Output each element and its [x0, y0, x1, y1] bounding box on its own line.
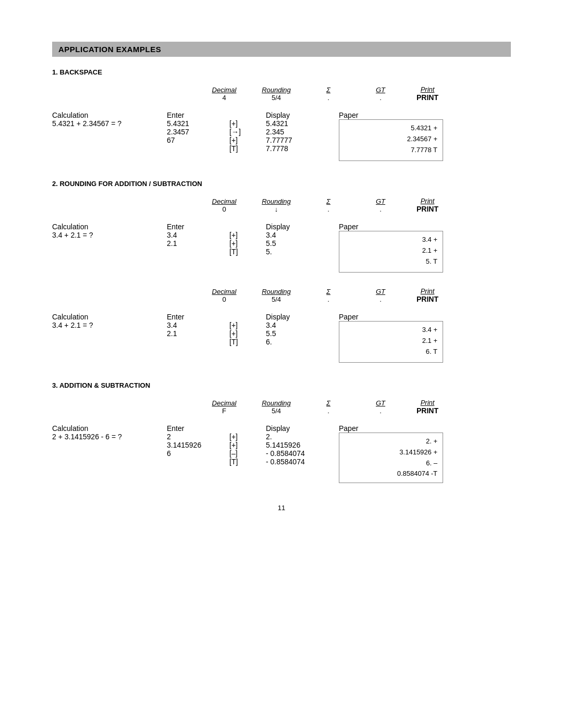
print-val-2a: PRINT	[407, 205, 448, 213]
gt-label-1: GT	[354, 86, 407, 94]
enter-header-1: Enter	[167, 111, 229, 119]
calc-row-1-2	[52, 128, 167, 136]
page-container: APPLICATION EXAMPLES 1. BACKSPACE Decima…	[52, 42, 511, 512]
decimal-col-1: Decimal 4	[198, 86, 250, 102]
paper-box-2b: 3.4 + 2.1 + 6. T	[339, 321, 443, 363]
settings-row-3: Decimal F Rounding 5/4 Σ . GT . Print PR…	[52, 399, 511, 415]
page-number: 11	[52, 504, 511, 512]
paper-column-1: Paper 5.4321 + 2.34567 + 7.7778 T	[339, 111, 443, 161]
gt-label-2b: GT	[354, 288, 407, 295]
sigma-label-1: Σ	[302, 86, 354, 94]
main-title: APPLICATION EXAMPLES	[58, 45, 161, 54]
sigma-val-2a: .	[302, 205, 354, 213]
print-val-2b: PRINT	[407, 295, 448, 303]
enter-col-2a: Enter 3.4 2.1	[167, 223, 229, 273]
decimal-label-3: Decimal	[198, 399, 250, 407]
gt-col-2b: GT .	[354, 288, 407, 303]
display-row-1-4: 7.7778	[266, 144, 339, 153]
paper-box-3: 2. + 3.1415926 + 6. – 0.8584074 -T	[339, 433, 443, 483]
gt-val-2b: .	[354, 295, 407, 303]
key-column-1: [+] [→] [+] [T]	[229, 111, 266, 161]
settings-row-2b: Decimal 0 Rounding 5/4 Σ . GT . Print PR…	[52, 287, 511, 303]
print-label-3: Print	[407, 399, 448, 406]
rounding-col-2b: Rounding 5/4	[250, 288, 302, 303]
rounding-col-1: Rounding 5/4	[250, 86, 302, 102]
rounding-col-2a: Rounding ↓	[250, 198, 302, 213]
print-val-3: PRINT	[407, 406, 448, 415]
table-1: Calculation 5.4321 + 2.34567 = ? Enter 5…	[52, 111, 511, 161]
decimal-col-3: Decimal F	[198, 399, 250, 415]
gt-val-3: .	[354, 407, 407, 415]
calc-row-1-3	[52, 136, 167, 144]
gt-val-1: .	[354, 94, 407, 102]
calc-col-2a: Calculation 3.4 + 2.1 = ?	[52, 223, 167, 273]
rounding-col-3: Rounding 5/4	[250, 399, 302, 415]
paper-box-1: 5.4321 + 2.34567 + 7.7778 T	[339, 119, 443, 161]
gt-label-3: GT	[354, 399, 407, 407]
calc-column-1: Calculation 5.4321 + 2.34567 = ?	[52, 111, 167, 161]
paper-header-1: Paper	[339, 111, 443, 119]
display-row-1-2: 2.345	[266, 128, 339, 136]
sigma-label-2b: Σ	[302, 288, 354, 295]
rounding-val-1: 5/4	[250, 94, 302, 102]
display-column-1: Display 5.4321 2.345 7.77777 7.7778	[266, 111, 339, 161]
settings-row-2a: Decimal 0 Rounding ↓ Σ . GT . Print PRIN…	[52, 197, 511, 213]
section-addition: 3. ADDITION & SUBTRACTION Decimal F Roun…	[52, 381, 511, 483]
gt-col-2a: GT .	[354, 198, 407, 213]
decimal-val-2a: 0	[198, 205, 250, 213]
gt-val-2a: .	[354, 205, 407, 213]
sigma-val-1: .	[302, 94, 354, 102]
decimal-label-2a: Decimal	[198, 198, 250, 205]
table-2b: Calculation 3.4 + 2.1 = ? Enter 3.4 2.1 …	[52, 313, 511, 363]
print-label-2b: Print	[407, 287, 448, 295]
section-rounding: 2. ROUNDING FOR ADDITION / SUBTRACTION D…	[52, 180, 511, 363]
rounding-label-3: Rounding	[250, 399, 302, 407]
enter-row-1-2: 2.3457	[167, 128, 229, 136]
table-2a: Calculation 3.4 + 2.1 = ? Enter 3.4 2.1 …	[52, 223, 511, 273]
rounding-label-2b: Rounding	[250, 288, 302, 295]
key-row-1-2: [→]	[229, 128, 266, 136]
main-section-header: APPLICATION EXAMPLES	[52, 42, 511, 57]
print-col-3: Print PRINT	[407, 399, 448, 415]
section-backspace: 1. BACKSPACE Decimal 4 Rounding 5/4 Σ . …	[52, 68, 511, 161]
section-2-title: 2. ROUNDING FOR ADDITION / SUBTRACTION	[52, 180, 511, 188]
sigma-col-2a: Σ .	[302, 198, 354, 213]
print-col-2b: Print PRINT	[407, 287, 448, 303]
key-row-1-3: [+]	[229, 136, 266, 144]
enter-row-1-3: 67	[167, 136, 229, 144]
gt-label-2a: GT	[354, 198, 407, 205]
settings-row-1: Decimal 4 Rounding 5/4 Σ . GT . Print PR…	[52, 85, 511, 102]
key-header-1	[229, 111, 266, 119]
sigma-col-3: Σ .	[302, 399, 354, 415]
enter-column-1: Enter 5.4321 2.3457 67	[167, 111, 229, 161]
calc-row-1-4	[52, 144, 167, 153]
print-val-1: PRINT	[407, 93, 448, 102]
decimal-col-2a: Decimal 0	[198, 198, 250, 213]
sigma-val-2b: .	[302, 295, 354, 303]
sigma-val-3: .	[302, 407, 354, 415]
paper-box-2a: 3.4 + 2.1 + 5. T	[339, 231, 443, 273]
rounding-label-2a: Rounding	[250, 198, 302, 205]
section-3-title: 3. ADDITION & SUBTRACTION	[52, 381, 511, 389]
decimal-label-2b: Decimal	[198, 288, 250, 295]
display-row-1-3: 7.77777	[266, 136, 339, 144]
key-row-1-4: [T]	[229, 144, 266, 153]
paper-col-2a: Paper 3.4 + 2.1 + 5. T	[339, 223, 443, 273]
calc-header-1: Calculation	[52, 111, 167, 119]
enter-row-1-4	[167, 144, 229, 153]
enter-row-1-1: 5.4321	[167, 119, 229, 128]
display-row-1-1: 5.4321	[266, 119, 339, 128]
table-3: Calculation 2 + 3.1415926 - 6 = ? Enter …	[52, 424, 511, 483]
key-row-1-1: [+]	[229, 119, 266, 128]
sigma-col-2b: Σ .	[302, 288, 354, 303]
print-label-1: Print	[407, 85, 448, 93]
gt-col-3: GT .	[354, 399, 407, 415]
rounding-val-3: 5/4	[250, 407, 302, 415]
display-col-2a: Display 3.4 5.5 5.	[266, 223, 339, 273]
decimal-val-2b: 0	[198, 295, 250, 303]
sigma-label-3: Σ	[302, 399, 354, 407]
rounding-val-2b: 5/4	[250, 295, 302, 303]
print-label-2a: Print	[407, 197, 448, 205]
sigma-col-1: Σ .	[302, 86, 354, 102]
section-1-title: 1. BACKSPACE	[52, 68, 511, 76]
